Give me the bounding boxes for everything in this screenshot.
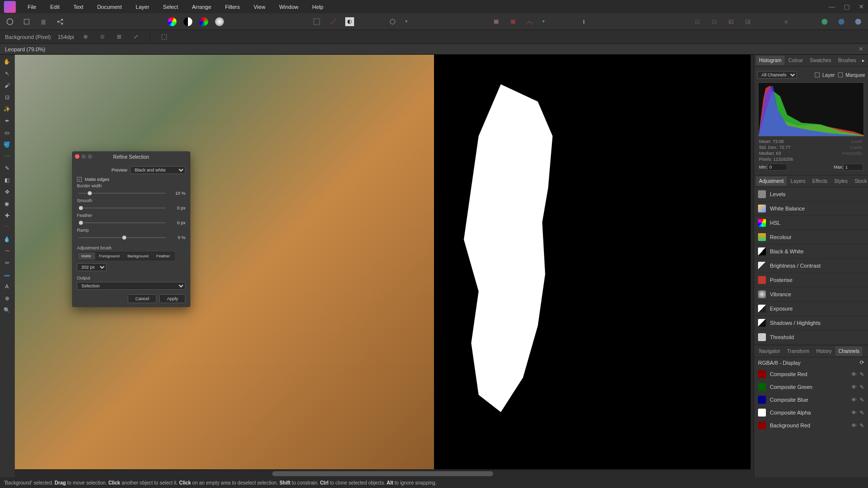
visibility-icon[interactable]: 👁 xyxy=(851,371,857,378)
output-select[interactable]: Selection xyxy=(77,282,185,290)
adjustment-recolour[interactable]: Recolour xyxy=(754,230,868,244)
border-width-slider[interactable] xyxy=(79,193,166,194)
channel-background-red[interactable]: Background Red👁✎ xyxy=(754,419,868,432)
text-tool-icon[interactable]: A xyxy=(0,281,14,291)
hand-tool-icon[interactable]: ✋ xyxy=(0,57,14,67)
info-icon[interactable]: i xyxy=(579,17,589,27)
brush-tool-icon[interactable]: 🖌 xyxy=(0,80,14,90)
document-tab[interactable]: Leopard (79.0%) ✕ xyxy=(0,44,868,55)
marquee-checkbox[interactable] xyxy=(838,72,843,77)
crop-tool-icon[interactable]: ⊡ xyxy=(0,92,14,102)
tab-channels[interactable]: Channels xyxy=(835,347,862,356)
menu-layer[interactable]: Layer xyxy=(129,2,156,12)
menu-edit[interactable]: Edit xyxy=(43,2,67,12)
menu-help[interactable]: Help xyxy=(305,2,330,12)
wand-tool-icon[interactable]: ✨ xyxy=(0,104,14,114)
grid-small-icon[interactable]: ⊞ xyxy=(114,32,124,42)
apply-button[interactable]: Apply xyxy=(159,294,185,303)
move-tool-icon[interactable]: ↖ xyxy=(0,69,14,78)
visibility-icon[interactable]: 👁 xyxy=(851,422,857,429)
smudge-tool-icon[interactable]: 〜 xyxy=(0,246,14,256)
adjustment-hsl[interactable]: HSL xyxy=(754,216,868,230)
erase-tool-icon[interactable]: ◧ xyxy=(0,175,14,185)
bucket-tool-icon[interactable]: 🪣 xyxy=(0,139,14,149)
globe2-icon[interactable] xyxy=(836,17,846,27)
pencil-tool-icon[interactable]: ✎ xyxy=(0,163,14,173)
adjustment-exposure[interactable]: Exposure xyxy=(754,302,868,316)
tab-transform[interactable]: Transform xyxy=(784,347,812,356)
tab-styles[interactable]: Styles xyxy=(831,176,850,186)
matte-edges-checkbox[interactable]: ✓ xyxy=(77,177,82,182)
menu-arrange[interactable]: Arrange xyxy=(185,2,218,12)
zoom-tool-icon[interactable]: 🔍 xyxy=(0,305,14,315)
menu-select[interactable]: Select xyxy=(156,2,185,12)
path-icon[interactable] xyxy=(525,17,535,27)
smooth-slider[interactable] xyxy=(79,208,166,209)
tab-effects[interactable]: Effects xyxy=(809,176,830,186)
dialog-close-icon[interactable] xyxy=(75,154,79,159)
rgb-circle-icon[interactable] xyxy=(199,17,208,26)
marquee-tool-icon[interactable]: ▭ xyxy=(0,128,14,138)
marquee-icon[interactable] xyxy=(312,17,322,27)
mesh-tool-icon[interactable]: ⊕ xyxy=(0,293,14,303)
menu-document[interactable]: Document xyxy=(90,2,129,12)
paint-tool-icon[interactable]: 〰 xyxy=(0,151,14,161)
dialog-zoom-icon[interactable] xyxy=(88,154,92,159)
tab-brushes[interactable]: Brushes xyxy=(835,56,859,65)
channel-composite-red[interactable]: Composite Red👁✎ xyxy=(754,368,868,381)
dialog-minimize-icon[interactable] xyxy=(81,154,86,159)
edit-icon[interactable]: ✎ xyxy=(860,410,864,416)
adjustment-black-white[interactable]: Black & White xyxy=(754,244,868,259)
order-front-icon[interactable]: ◲ xyxy=(709,17,719,27)
brush-tab-feather[interactable]: Feather xyxy=(152,252,174,260)
min-input[interactable] xyxy=(767,164,787,171)
align-icon[interactable]: ≡ xyxy=(781,17,791,27)
heal-tool-icon[interactable]: ✚ xyxy=(0,210,14,220)
adjustment-threshold[interactable]: Threshold xyxy=(754,330,868,345)
shape-tool-icon[interactable]: ▬ xyxy=(0,270,14,279)
brush-tab-foreground[interactable]: Foreground xyxy=(95,252,123,260)
pen-tool-icon[interactable]: ✒ xyxy=(0,116,14,126)
edit-icon[interactable]: ✎ xyxy=(860,371,864,378)
brush-tab-background[interactable]: Background xyxy=(123,252,152,260)
color-wheel-icon[interactable] xyxy=(168,17,177,26)
maximize-button[interactable]: ▢ xyxy=(844,3,850,10)
blur-tool-icon[interactable]: ◉ xyxy=(0,199,14,209)
brush-tab-matte[interactable]: Matte xyxy=(77,252,95,260)
persona-icon[interactable] xyxy=(5,17,15,27)
menu-file[interactable]: File xyxy=(21,2,43,12)
menu-view[interactable]: View xyxy=(247,2,272,12)
refresh-icon[interactable]: ⟳ xyxy=(860,359,864,366)
tab-navigator[interactable]: Navigator xyxy=(756,347,783,356)
edit-icon[interactable]: ✎ xyxy=(860,384,864,390)
visibility-icon[interactable]: 👁 xyxy=(851,397,857,403)
channel-select[interactable]: All Channels xyxy=(757,71,797,79)
order-back-icon[interactable]: ◱ xyxy=(692,17,702,27)
max-input[interactable] xyxy=(843,164,863,171)
tab-layers[interactable]: Layers xyxy=(788,176,808,186)
dodge-tool-icon[interactable]: 💧 xyxy=(0,234,14,244)
adjustment-white-balance[interactable]: White Balance xyxy=(754,202,868,216)
channel-composite-green[interactable]: Composite Green👁✎ xyxy=(754,381,868,393)
tab-colour[interactable]: Colour xyxy=(786,56,806,65)
cancel-button[interactable]: Cancel xyxy=(128,294,156,303)
cube-icon[interactable] xyxy=(22,17,32,27)
feather-slider[interactable] xyxy=(79,222,166,223)
layer-checkbox[interactable] xyxy=(815,72,820,77)
horizontal-scrollbar[interactable] xyxy=(15,470,751,477)
preview-select[interactable]: Black and white xyxy=(130,166,185,174)
grid-icon[interactable]: ▦ xyxy=(491,17,501,27)
soft-circle-icon[interactable] xyxy=(215,17,224,26)
arrange1-icon[interactable]: ◱ xyxy=(726,17,736,27)
tab-stock[interactable]: Stock xyxy=(852,176,868,186)
grid2-icon[interactable]: ▦ xyxy=(508,17,518,27)
menu-filters[interactable]: Filters xyxy=(218,2,247,12)
dropdown-caret-icon-2[interactable]: ▼ xyxy=(542,19,545,24)
tab-swatches[interactable]: Swatches xyxy=(807,56,834,65)
tab-history[interactable]: History xyxy=(813,347,834,356)
lasso-small-icon[interactable] xyxy=(159,32,169,42)
ramp-slider[interactable] xyxy=(79,237,166,238)
adjustment-shadows-highlights[interactable]: Shadows / Highlights xyxy=(754,316,868,330)
close-tab-icon[interactable]: ✕ xyxy=(859,46,863,52)
edit-icon[interactable]: ✎ xyxy=(860,397,864,403)
